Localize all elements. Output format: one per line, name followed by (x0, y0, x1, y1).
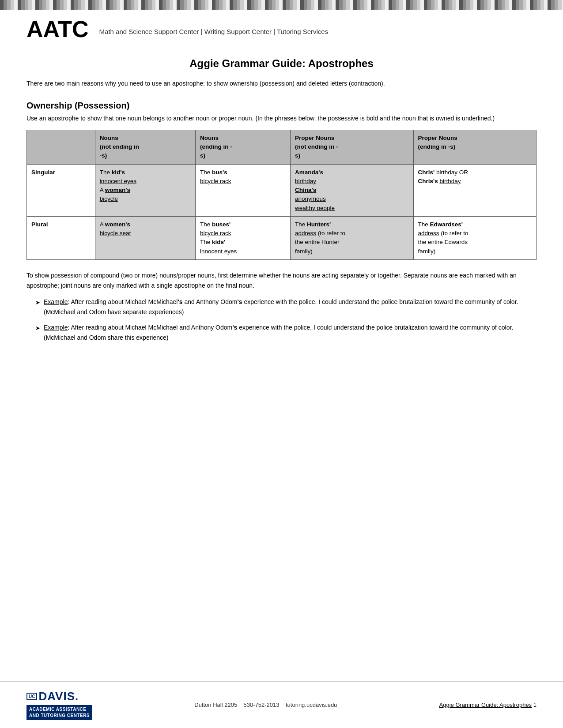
singular-nouns-not-s: The kid's innocent eyes A woman's bicycl… (95, 164, 195, 216)
plural-nouns-s: The buses' bicycle rack The kids' innoce… (195, 216, 290, 259)
col-header-4: Proper Nouns(ending in -s) (413, 130, 537, 164)
grammar-table: Nouns(not ending in-s) Nouns(ending in -… (26, 130, 537, 260)
footer-location: Dutton Hall 2205 (194, 702, 237, 708)
academic-line-1: ACADEMIC ASSISTANCE (29, 706, 90, 713)
academic-line-2: AND TUTORING CENTERS (29, 713, 90, 719)
example-2-text: Example: After reading about Michael McM… (44, 323, 537, 343)
page-footer: UC DAVIS. ACADEMIC ASSISTANCE AND TUTORI… (0, 681, 563, 728)
row-label-plural: Plural (27, 216, 95, 259)
list-item: Example: After reading about Michael McM… (35, 323, 537, 343)
example-label-2: Example (44, 324, 68, 331)
row-label-singular: Singular (27, 164, 95, 216)
footer-guide-link: Aggie Grammar Guide: Apostrophes (439, 702, 532, 708)
example-label-1: Example (44, 298, 68, 305)
intro-text: There are two main reasons why you need … (26, 79, 537, 88)
footer-phone: 530-752-2013 (244, 702, 280, 708)
footer-page-num: 1 (533, 702, 537, 708)
footer-contact: Dutton Hall 2205 530-752-2013 tutoring.u… (194, 702, 337, 708)
col-header-2: Nouns(ending in -s) (195, 130, 290, 164)
list-item: Example: After reading about Michael McM… (35, 297, 537, 317)
plural-nouns-not-s: A women's bicycle seat (95, 216, 195, 259)
top-banner (0, 0, 563, 10)
table-row: Plural A women's bicycle seat The buses'… (27, 216, 537, 259)
uc-davis-logo: UC DAVIS. (26, 690, 79, 703)
page-title: Aggie Grammar Guide: Apostrophes (26, 57, 537, 70)
col-header-1: Nouns(not ending in-s) (95, 130, 195, 164)
col-header-3: Proper Nouns(not ending in -s) (291, 130, 413, 164)
singular-proper-not-s: Amanda's birthday China's anonymous weal… (291, 164, 413, 216)
plural-proper-s: The Edwardses' address (to refer to the … (413, 216, 537, 259)
col-header-0 (27, 130, 95, 164)
singular-proper-s: Chris' birthday OR Chris's birthday (413, 164, 537, 216)
ownership-description: Use an apostrophe to show that one noun … (26, 113, 537, 123)
compound-para: To show possession of compound (two or m… (26, 270, 537, 291)
examples-list: Example: After reading about Michael McM… (26, 297, 537, 343)
header: AATC Math and Science Support Center | W… (0, 10, 563, 45)
plural-proper-not-s: The Hunters' address (to refer to the en… (291, 216, 413, 259)
footer-logo: UC DAVIS. ACADEMIC ASSISTANCE AND TUTORI… (26, 690, 92, 720)
singular-nouns-s: The bus's bicycle rack (195, 164, 290, 216)
footer-right: Aggie Grammar Guide: Apostrophes 1 (439, 702, 537, 708)
header-tagline: Math and Science Support Center | Writin… (99, 23, 329, 35)
footer-website: tutoring.ucdavis.edu (286, 702, 337, 708)
aatc-logo: AATC (26, 18, 89, 41)
table-row: Singular The kid's innocent eyes A woman… (27, 164, 537, 216)
example-1-text: Example: After reading about Michael McM… (44, 297, 537, 317)
davis-logo-text: DAVIS. (38, 690, 79, 703)
ownership-heading: Ownership (Possession) (26, 101, 537, 111)
page-content: Aggie Grammar Guide: Apostrophes There a… (0, 57, 563, 366)
